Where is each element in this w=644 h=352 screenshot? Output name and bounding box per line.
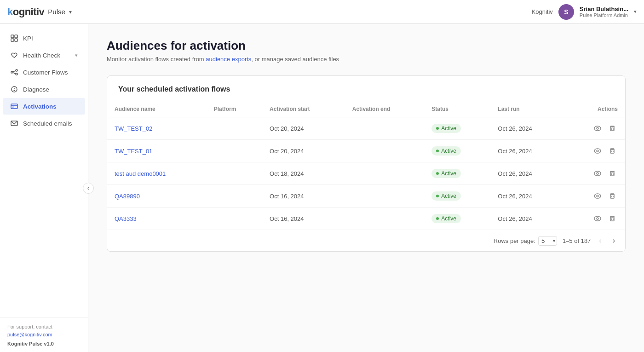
svg-point-4 (11, 71, 13, 73)
svg-point-23 (597, 150, 598, 152)
audience-exports-link[interactable]: audience exports (206, 56, 251, 63)
cell-activation-start: Oct 16, 2024 (262, 208, 345, 230)
sidebar-item-activations-label: Activations (23, 103, 78, 110)
status-label: Active (441, 148, 456, 154)
cell-actions (564, 140, 625, 162)
next-page-button[interactable]: › (610, 236, 618, 246)
status-label: Active (441, 125, 456, 132)
cell-actions (564, 208, 625, 230)
table-body: TW_TEST_02 Oct 20, 2024 Active Oct 26, 2… (107, 117, 625, 230)
svg-rect-39 (610, 217, 614, 221)
sidebar-item-diagnose[interactable]: Diagnose (3, 81, 85, 98)
sidebar-item-health-check[interactable]: Health Check ▾ (3, 47, 85, 63)
cell-activation-start: Oct 18, 2024 (262, 162, 345, 185)
view-button[interactable] (592, 213, 603, 224)
cell-activation-end (345, 208, 425, 230)
svg-point-37 (594, 216, 601, 221)
rows-per-page-select[interactable]: 5 10 25 50 (538, 236, 557, 246)
app-chevron-icon[interactable]: ▾ (69, 9, 72, 15)
page-info: 1–5 of 187 (563, 237, 591, 244)
status-dot-icon (436, 217, 439, 220)
col-last-run: Last run (490, 101, 564, 117)
svg-rect-24 (610, 150, 614, 153)
table-row: TW_TEST_02 Oct 20, 2024 Active Oct 26, 2… (107, 117, 625, 140)
page-subtitle: Monitor activation flows created from au… (107, 56, 626, 63)
sidebar-item-kpi[interactable]: KPI (3, 30, 85, 46)
cell-actions (564, 185, 625, 208)
sidebar-collapse-button[interactable]: ‹ (83, 183, 94, 194)
status-dot-icon (436, 195, 439, 197)
actions-cell (572, 123, 618, 134)
svg-rect-34 (610, 195, 614, 198)
status-badge: Active (431, 214, 461, 223)
table-row: test aud demo0001 Oct 18, 2024 Active Oc… (107, 162, 625, 185)
user-info: Srian Bulathsin... Pulse Platform Admin (580, 6, 628, 18)
view-button[interactable] (592, 123, 603, 134)
rows-per-page-label: Rows per page: (494, 237, 535, 244)
svg-point-27 (594, 171, 601, 176)
svg-rect-2 (11, 39, 14, 41)
svg-rect-19 (610, 127, 614, 131)
cell-last-run: Oct 26, 2024 (490, 185, 564, 208)
actions-cell (572, 190, 618, 202)
kognitiv-link[interactable]: Kognitiv (532, 8, 553, 15)
cell-actions (564, 117, 625, 140)
svg-point-32 (594, 194, 601, 198)
sidebar-item-health-check-label: Health Check (23, 52, 70, 59)
view-button[interactable] (592, 190, 603, 202)
delete-button[interactable] (607, 145, 618, 156)
view-button[interactable] (592, 168, 603, 179)
cell-status: Active (424, 162, 490, 185)
sidebar-item-activations[interactable]: Activations (3, 98, 85, 115)
cell-platform (207, 208, 262, 230)
cell-status: Active (424, 117, 490, 140)
cell-platform (207, 117, 262, 140)
logo: kognitiv (7, 6, 44, 18)
top-nav: kognitiv Pulse ▾ Kognitiv S Srian Bulath… (0, 0, 644, 24)
table-header-row: Audience name Platform Activation start … (107, 101, 625, 117)
table-row: QA89890 Oct 16, 2024 Active Oct 26, 2024 (107, 185, 625, 208)
table-row: TW_TEST_01 Oct 20, 2024 Active Oct 26, 2… (107, 140, 625, 162)
status-badge: Active (431, 191, 461, 201)
user-name: Srian Bulathsin... (580, 6, 628, 12)
col-audience-name: Audience name (107, 101, 207, 117)
card-header: Your scheduled activation flows (107, 76, 625, 101)
rows-per-page: Rows per page: 5 10 25 50 (494, 236, 557, 246)
card-title: Your scheduled activation flows (118, 85, 230, 93)
sidebar-item-scheduled-emails[interactable]: Scheduled emails (3, 115, 85, 132)
user-chevron-icon[interactable]: ▾ (634, 9, 637, 15)
delete-button[interactable] (607, 213, 618, 224)
cell-activation-end (345, 117, 425, 140)
col-platform: Platform (207, 101, 262, 117)
diagnose-icon (10, 85, 18, 93)
svg-rect-12 (11, 104, 17, 109)
sidebar: ‹ KPI (0, 24, 88, 352)
page-title: Audiences for activation (107, 39, 626, 53)
table-head: Audience name Platform Activation start … (107, 101, 625, 117)
status-dot-icon (436, 150, 439, 152)
layout: ‹ KPI (0, 24, 644, 352)
status-badge: Active (431, 169, 461, 178)
svg-line-8 (13, 73, 16, 74)
svg-point-11 (14, 90, 15, 91)
col-status: Status (424, 101, 490, 117)
sidebar-item-scheduled-emails-label: Scheduled emails (23, 120, 78, 127)
cell-audience-name: test aud demo0001 (107, 162, 207, 185)
heart-icon (10, 51, 18, 59)
col-actions: Actions (564, 101, 625, 117)
delete-button[interactable] (607, 123, 618, 134)
logo-rest: ognitiv (13, 6, 45, 17)
delete-button[interactable] (607, 190, 618, 202)
svg-rect-3 (15, 39, 17, 41)
sidebar-item-customer-flows[interactable]: Customer Flows (3, 64, 85, 81)
delete-button[interactable] (607, 168, 618, 179)
svg-point-18 (597, 127, 598, 129)
activation-flows-card: Your scheduled activation flows Audience… (107, 75, 626, 252)
view-button[interactable] (592, 145, 603, 156)
cell-last-run: Oct 26, 2024 (490, 162, 564, 185)
prev-page-button[interactable]: ‹ (596, 236, 604, 246)
support-email[interactable]: pulse@kognitiv.com (7, 332, 52, 337)
flows-icon (10, 68, 18, 76)
cell-activation-end (345, 162, 425, 185)
logo-k: k (7, 6, 13, 17)
